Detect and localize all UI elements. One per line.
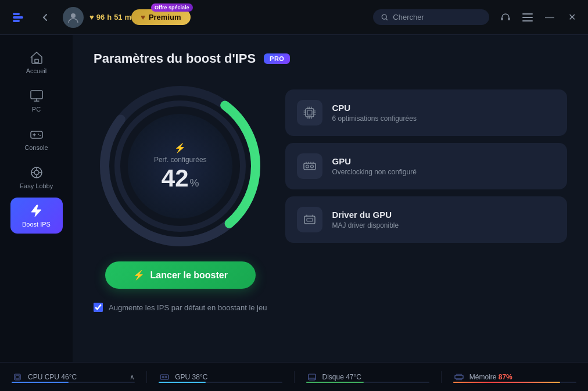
- headset-button[interactable]: [499, 10, 512, 24]
- cpu-card-title: CPU: [332, 103, 555, 113]
- gauge-outer: ⚡ Perf. configurées 42 %: [99, 85, 261, 247]
- svg-point-31: [162, 376, 164, 378]
- cpu-stat-label: CPU CPU 46°C: [28, 373, 77, 381]
- svg-rect-12: [31, 131, 42, 138]
- svg-rect-29: [16, 375, 19, 379]
- gpu-stat-icon: [159, 371, 170, 383]
- gauge-label: Perf. configurées: [154, 156, 207, 164]
- premium-badge: Offre spéciale: [151, 3, 193, 12]
- svg-rect-7: [522, 13, 533, 15]
- svg-rect-11: [31, 91, 42, 99]
- chevron-up-icon: ∧: [130, 373, 135, 381]
- memory-stat-bar-fill: [453, 382, 561, 383]
- premium-label: Premium: [149, 13, 181, 21]
- bottom-stat-cpu[interactable]: CPU CPU 46°C ∧: [0, 371, 147, 383]
- cpu-card[interactable]: CPU 6 optimisations configurées: [285, 89, 567, 136]
- memory-stat-icon: [453, 371, 465, 383]
- minutes-label: m: [125, 13, 132, 21]
- svg-rect-6: [508, 17, 510, 20]
- gpu-driver-card[interactable]: Driver du GPU MAJ driver disponible: [285, 196, 567, 243]
- bottom-stat-disque[interactable]: Disque 47°C: [295, 371, 442, 383]
- search-icon: [381, 13, 388, 21]
- svg-rect-35: [455, 375, 463, 379]
- pc-icon: [29, 88, 44, 103]
- gpu-card[interactable]: GPU Overclocking non configuré: [285, 143, 567, 189]
- svg-rect-9: [522, 20, 533, 21]
- sidebar-item-boost-ips-label: Boost IPS: [22, 221, 51, 228]
- sidebar-item-pc[interactable]: PC: [10, 82, 63, 119]
- svg-point-13: [38, 134, 39, 135]
- boost-checkbox[interactable]: [94, 303, 103, 312]
- bottom-bar: CPU CPU 46°C ∧ GPU 38°C Disque 47°C: [0, 362, 588, 391]
- svg-rect-1: [13, 16, 23, 19]
- sidebar-item-easy-lobby[interactable]: Easy Lobby: [10, 159, 63, 195]
- close-button[interactable]: ✕: [565, 10, 579, 24]
- gpu-card-title: GPU: [332, 156, 555, 166]
- svg-point-24: [306, 165, 309, 168]
- svg-rect-5: [501, 17, 503, 20]
- minimize-button[interactable]: —: [543, 10, 557, 24]
- svg-rect-22: [307, 110, 312, 115]
- svg-rect-27: [307, 218, 313, 221]
- gauge-unit: %: [190, 177, 199, 189]
- svg-point-16: [34, 170, 39, 175]
- info-panel: CPU 6 optimisations configurées: [285, 85, 567, 243]
- disk-stat-icon: [306, 371, 318, 383]
- gpu-card-icon: [297, 153, 322, 179]
- gpu-stat-text: GPU 38°C: [175, 373, 207, 381]
- premium-button[interactable]: ♥ Premium Offre spéciale: [131, 9, 190, 25]
- gpu-stat-value: 38°C: [192, 373, 208, 381]
- search-box[interactable]: [373, 9, 489, 25]
- app-logo: [9, 6, 33, 29]
- checkbox-label: Augmente les IPS par défaut en boostant …: [109, 303, 267, 312]
- sidebar-item-console[interactable]: Console: [10, 121, 63, 157]
- cpu-card-sub: 6 optimisations configurées: [332, 114, 555, 123]
- boost-btn-label: Lancer le booster: [150, 270, 228, 281]
- memory-stat-text: Mémoire 87%: [469, 373, 512, 381]
- svg-rect-8: [522, 17, 533, 18]
- disk-stat-value: 47°C: [346, 373, 361, 381]
- bottom-stat-gpu[interactable]: GPU 38°C: [147, 371, 294, 383]
- cpu-stat-icon: [12, 371, 23, 383]
- gpu-driver-card-text: Driver du GPU MAJ driver disponible: [332, 210, 555, 229]
- sidebar-item-accueil[interactable]: Accueil: [10, 44, 63, 80]
- pro-badge: PRO: [264, 53, 290, 64]
- console-icon: [29, 127, 44, 142]
- menu-button[interactable]: [521, 10, 535, 24]
- svg-rect-0: [13, 13, 20, 15]
- back-button[interactable]: [37, 9, 53, 26]
- gpu-icon: [303, 159, 317, 173]
- cpu-icon: [303, 106, 317, 120]
- gpu-driver-card-sub: MAJ driver disponible: [332, 221, 555, 229]
- boost-ips-icon: [29, 203, 44, 218]
- svg-rect-10: [35, 59, 38, 63]
- heart-badge: ♥ 96 h 51 m: [89, 13, 131, 21]
- memory-stat-bar: [453, 382, 576, 383]
- cpu-stat-bar: [12, 382, 135, 383]
- avatar[interactable]: [63, 7, 84, 28]
- bottom-stat-memoire[interactable]: Mémoire 87%: [442, 371, 588, 383]
- sidebar-item-pc-label: PC: [32, 106, 41, 113]
- gpu-driver-card-title: Driver du GPU: [332, 210, 555, 220]
- home-icon: [29, 50, 44, 65]
- checkbox-row: Augmente les IPS par défaut en boostant …: [94, 303, 267, 312]
- gpu-driver-card-icon: [297, 207, 322, 232]
- svg-point-14: [40, 135, 41, 136]
- minutes-value: 51: [114, 13, 122, 21]
- sidebar-item-easy-lobby-label: Easy Lobby: [20, 182, 53, 189]
- search-input[interactable]: [393, 13, 481, 21]
- svg-point-25: [311, 165, 314, 168]
- content-area: Paramètres du boost d'IPS PRO: [73, 35, 588, 362]
- gpu-stat-bar-fill: [159, 382, 206, 383]
- user-section: ♥ 96 h 51 m: [63, 7, 131, 28]
- hours-value: 96: [96, 13, 105, 21]
- disk-stat-text: Disque 47°C: [322, 373, 362, 381]
- gauge-bolt-icon: ⚡: [174, 142, 186, 153]
- svg-rect-26: [304, 216, 315, 224]
- sidebar-item-boost-ips[interactable]: Boost IPS: [10, 198, 63, 234]
- svg-rect-21: [306, 109, 314, 117]
- boost-button[interactable]: ⚡ Lancer le booster: [105, 261, 256, 289]
- cpu-card-icon: [297, 100, 322, 125]
- sidebar-item-accueil-label: Accueil: [26, 67, 46, 74]
- page-header: Paramètres du boost d'IPS PRO: [94, 51, 567, 66]
